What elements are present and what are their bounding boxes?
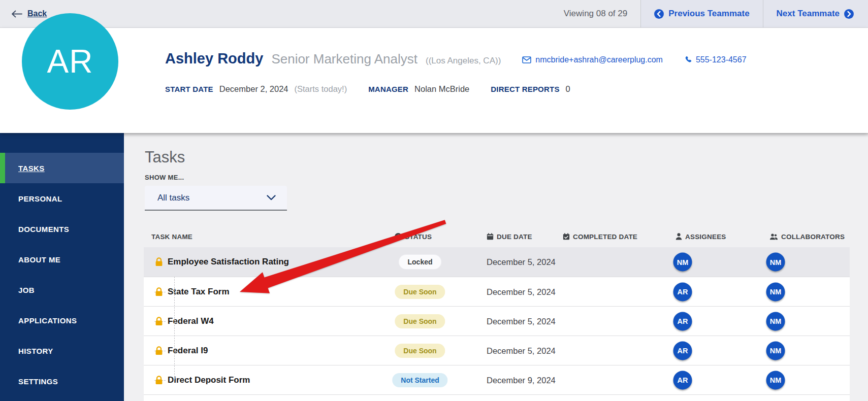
sidebar-item-label: PERSONAL [18, 194, 62, 203]
sidebar-item-personal[interactable]: PERSONAL [0, 183, 124, 214]
manager-value: Nolan McBride [414, 84, 469, 94]
back-arrow-icon [11, 10, 22, 18]
task-filter-select[interactable]: All tasks [145, 186, 287, 211]
column-header-completed-date: COMPLETED DATE [563, 231, 637, 242]
status-badge: Due Soon [395, 344, 445, 358]
tasks-heading: Tasks [145, 148, 185, 166]
start-date-value: December 2, 2024 [219, 84, 288, 94]
assignee-initials: AR [678, 317, 688, 325]
column-header-status: STATUS [395, 231, 432, 242]
teammate-avatar-initials: AR [47, 43, 93, 80]
collaborator-initials: NM [770, 376, 782, 384]
table-row[interactable]: Federal W4 Due Soon December 5, 2024 AR … [144, 306, 850, 336]
collaborator-avatar[interactable]: NM [766, 371, 785, 389]
calendar-check-icon [563, 233, 570, 240]
sidebar-item-label: JOB [18, 286, 35, 294]
sidebar-item-label: APPLICATIONS [18, 316, 77, 325]
column-header-collaborators: COLLABORATORS [769, 231, 845, 242]
teammate-profile-page: Back Viewing 08 of 29 Previous Teammate … [0, 0, 868, 401]
sidebar-item-applications[interactable]: APPLICATIONS [0, 305, 124, 336]
previous-teammate-label: Previous Teammate [668, 9, 749, 19]
lock-icon [155, 257, 163, 266]
status-badge: Locked [399, 255, 441, 269]
next-teammate-button[interactable]: Next Teammate [763, 0, 868, 27]
assignee-avatar[interactable]: NM [673, 253, 692, 272]
collaborator-initials: NM [770, 317, 782, 325]
start-date-note: (Starts today!) [295, 84, 347, 94]
teammate-location: ((Los Angeles, CA)) [426, 56, 501, 66]
column-label: DUE DATE [497, 233, 532, 241]
assignee-initials: NM [677, 258, 689, 266]
task-name-link[interactable]: Employee Satisfaction Rating [168, 257, 289, 267]
sidebar-item-history[interactable]: HISTORY [0, 336, 124, 366]
table-row[interactable]: Federal I9 Due Soon December 5, 2024 AR … [144, 336, 850, 365]
sidebar-nav: TASKSPERSONALDOCUMENTSABOUT MEJOBAPPLICA… [0, 133, 124, 401]
sidebar-item-label: HISTORY [18, 347, 53, 355]
assignee-avatar[interactable]: AR [673, 312, 692, 330]
column-label: ASSIGNEES [685, 233, 726, 241]
task-filter-value: All tasks [157, 193, 189, 203]
sidebar-item-tasks[interactable]: TASKS [0, 153, 124, 183]
task-name-link[interactable]: Federal I9 [168, 346, 208, 356]
direct-reports-value: 0 [566, 84, 570, 94]
task-name-link[interactable]: State Tax Form [168, 287, 230, 297]
lock-icon [155, 376, 163, 385]
assignee-avatar[interactable]: AR [673, 341, 692, 360]
collaborator-avatar[interactable]: NM [766, 282, 785, 301]
chevron-down-icon [267, 195, 276, 201]
column-label: COLLABORATORS [781, 233, 845, 241]
table-row[interactable]: State Tax Form Due Soon December 5, 2024… [144, 277, 850, 306]
teammate-pager: Viewing 08 of 29 Previous Teammate Next … [551, 0, 868, 27]
sidebar-item-documents[interactable]: DOCUMENTS [0, 214, 124, 244]
person-icon [676, 233, 682, 240]
people-icon [769, 233, 778, 240]
due-date: December 5, 2024 [487, 287, 556, 296]
collaborator-initials: NM [770, 258, 782, 266]
info-icon [395, 233, 402, 240]
sidebar-item-about-me[interactable]: ABOUT ME [0, 244, 124, 275]
manager-label: MANAGER [368, 85, 408, 93]
assignee-avatar[interactable]: AR [673, 371, 692, 389]
teammate-email-link[interactable]: nmcbride+ashrah@careerplug.com [522, 55, 663, 64]
column-header-due-date: DUE DATE [487, 231, 532, 242]
chevron-left-circle-icon [654, 9, 664, 19]
table-row[interactable]: Employee Satisfaction Rating Locked Dece… [144, 247, 850, 277]
phone-icon [684, 56, 692, 63]
table-row[interactable]: Direct Deposit Form Not Started December… [144, 365, 850, 394]
column-label: TASK NAME [151, 233, 192, 241]
teammate-email: nmcbride+ashrah@careerplug.com [535, 55, 663, 64]
sidebar-item-job[interactable]: JOB [0, 275, 124, 305]
teammate-avatar: AR [22, 13, 118, 110]
assignee-initials: AR [678, 288, 688, 296]
assignee-initials: AR [678, 376, 688, 384]
sidebar-item-label: SETTINGS [18, 377, 58, 386]
next-teammate-label: Next Teammate [777, 9, 840, 19]
column-label: STATUS [405, 233, 432, 241]
column-header-task-name: TASK NAME [151, 231, 192, 242]
back-label: Back [27, 9, 47, 18]
due-date: December 9, 2024 [487, 375, 556, 385]
sidebar-item-label: TASKS [18, 164, 45, 173]
collaborator-avatar[interactable]: NM [766, 253, 785, 272]
assignee-avatar[interactable]: AR [673, 282, 692, 301]
top-bar: Back Viewing 08 of 29 Previous Teammate … [0, 0, 868, 28]
previous-teammate-button[interactable]: Previous Teammate [641, 0, 762, 27]
viewing-counter: Viewing 08 of 29 [551, 0, 640, 27]
due-date: December 5, 2024 [487, 316, 556, 326]
task-name-link[interactable]: Direct Deposit Form [168, 375, 250, 385]
teammate-name: Ashley Roddy [165, 50, 263, 67]
calendar-icon [487, 233, 494, 240]
teammate-phone-link[interactable]: 555-123-4567 [684, 55, 747, 64]
due-date: December 5, 2024 [487, 257, 556, 267]
collaborator-initials: NM [770, 288, 782, 296]
assignee-initials: AR [678, 347, 688, 355]
sidebar-item-settings[interactable]: SETTINGS [0, 366, 124, 396]
collaborator-avatar[interactable]: NM [766, 312, 785, 330]
teammate-phone: 555-123-4567 [696, 55, 747, 64]
start-date-label: START DATE [165, 85, 213, 93]
collaborator-avatar[interactable]: NM [766, 341, 785, 360]
lock-icon [155, 346, 163, 355]
show-me-label: SHOW ME... [145, 174, 184, 181]
chevron-right-circle-icon [844, 9, 854, 19]
table-row-partial [144, 394, 850, 401]
